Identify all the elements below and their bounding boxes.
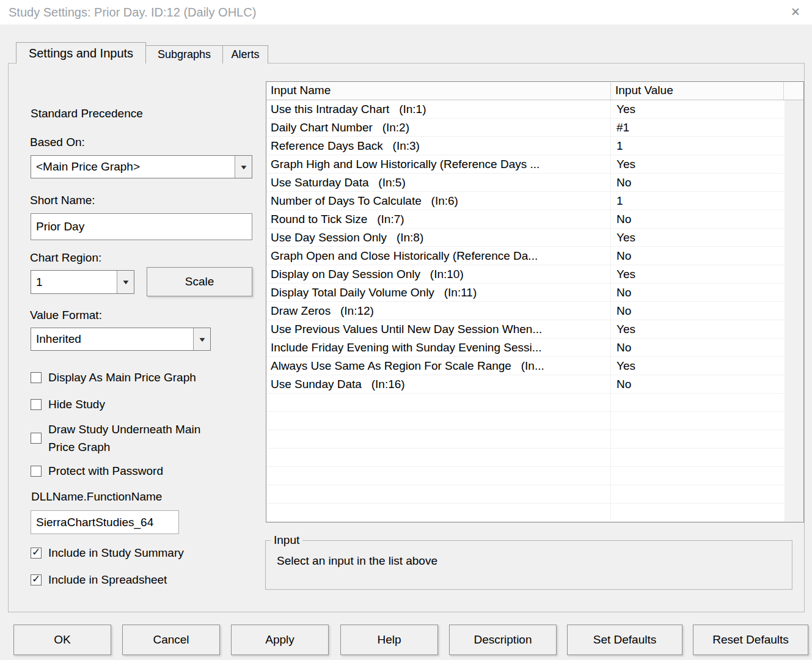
- input-name-cell: Daily Chart Number (In:2): [266, 119, 611, 136]
- reset-defaults-button[interactable]: Reset Defaults: [693, 625, 808, 655]
- study-settings-dialog: Study Settings: Prior Day. ID:12 (Daily …: [0, 0, 812, 660]
- input-name-cell: Use Day Session Only (In:8): [266, 229, 611, 246]
- table-row[interactable]: Use Sunday Data (In:16)No: [266, 375, 785, 394]
- input-name-cell: [266, 485, 611, 503]
- chevron-down-icon[interactable]: ▼: [193, 328, 210, 350]
- input-value-cell: [611, 430, 785, 448]
- tab-settings-and-inputs[interactable]: Settings and Inputs: [16, 42, 146, 64]
- checkbox-icon[interactable]: ✓: [31, 574, 42, 585]
- column-header-input-value[interactable]: Input Value: [611, 82, 784, 100]
- input-name-cell: [266, 449, 611, 466]
- input-value-cell: No: [611, 174, 785, 191]
- input-value-cell: Yes: [611, 357, 785, 375]
- input-name-cell: Use Previous Values Until New Day Sessio…: [266, 320, 611, 338]
- input-table-body: Use this Intraday Chart (In:1)YesDaily C…: [266, 100, 785, 522]
- based-on-value: <Main Price Graph>: [36, 156, 233, 178]
- table-row[interactable]: Display Total Daily Volume Only (In:11)N…: [266, 284, 785, 302]
- input-value-cell: Yes: [611, 155, 785, 173]
- dll-function-name-field[interactable]: SierraChartStudies_64: [31, 510, 179, 534]
- checkbox-label: Protect with Password: [48, 463, 163, 479]
- table-row[interactable]: Number of Days To Calculate (In:6)1: [266, 192, 785, 210]
- input-name-cell: [266, 412, 611, 430]
- checkbox-include-in-spreadsheet[interactable]: ✓ Include in Spreadsheet: [31, 572, 167, 588]
- input-name-cell: [266, 504, 611, 521]
- input-group-title: Input: [271, 534, 302, 547]
- table-row[interactable]: Draw Zeros (In:12)No: [266, 302, 785, 320]
- checkbox-label: Draw Study Underneath Main Price Graph: [48, 420, 215, 456]
- chevron-down-icon[interactable]: ▼: [235, 156, 252, 178]
- table-row[interactable]: Use Day Session Only (In:8)Yes: [266, 229, 785, 247]
- checkbox-label: Hide Study: [48, 397, 105, 413]
- value-format-dropdown[interactable]: Inherited ▼: [31, 328, 211, 351]
- scrollbar-track[interactable]: [785, 100, 803, 522]
- table-row[interactable]: Reference Days Back (In:3)1: [266, 137, 785, 155]
- input-value-cell: No: [611, 302, 785, 320]
- chart-region-value: 1: [36, 271, 115, 293]
- table-row[interactable]: Use Previous Values Until New Day Sessio…: [266, 320, 785, 339]
- short-name-label: Short Name:: [30, 194, 95, 207]
- ok-button[interactable]: OK: [13, 625, 111, 655]
- based-on-label: Based On:: [30, 136, 85, 149]
- tab-subgraphs[interactable]: Subgraphs: [145, 45, 223, 64]
- tab-alerts[interactable]: Alerts: [222, 45, 268, 64]
- checkbox-display-as-main-price-graph[interactable]: Display As Main Price Graph: [31, 370, 196, 386]
- cancel-button[interactable]: Cancel: [122, 625, 220, 655]
- input-value-cell: [611, 504, 785, 521]
- column-header-input-name[interactable]: Input Name: [266, 82, 611, 100]
- input-name-cell: Reference Days Back (In:3): [266, 137, 611, 155]
- checkbox-include-in-study-summary[interactable]: ✓ Include in Study Summary: [31, 545, 184, 561]
- table-row[interactable]: Graph High and Low Historically (Referen…: [266, 155, 785, 174]
- value-format-value: Inherited: [36, 328, 192, 350]
- input-name-cell: Number of Days To Calculate (In:6): [266, 192, 611, 210]
- column-header-filler: [784, 82, 803, 100]
- checkbox-hide-study[interactable]: Hide Study: [31, 397, 105, 413]
- checkbox-icon[interactable]: [31, 466, 42, 477]
- table-row-empty: [266, 394, 785, 412]
- scale-button[interactable]: Scale: [147, 267, 252, 296]
- input-name-cell: [266, 430, 611, 448]
- table-row[interactable]: Include Friday Evening with Sunday Eveni…: [266, 339, 785, 357]
- set-defaults-button[interactable]: Set Defaults: [567, 625, 682, 655]
- close-icon[interactable]: ✕: [786, 3, 805, 21]
- table-row[interactable]: Daily Chart Number (In:2)#1: [266, 119, 785, 137]
- input-value-cell: 1: [611, 137, 785, 155]
- checkbox-icon[interactable]: [31, 399, 42, 410]
- table-row[interactable]: Round to Tick Size (In:7)No: [266, 210, 785, 229]
- input-name-cell: Use Sunday Data (In:16): [266, 375, 611, 393]
- title-bar[interactable]: Study Settings: Prior Day. ID:12 (Daily …: [0, 0, 812, 24]
- inputs-table-header[interactable]: Input Name Input Value: [266, 82, 803, 100]
- checkbox-icon[interactable]: ✓: [31, 548, 42, 559]
- short-name-input[interactable]: Prior Day: [31, 213, 252, 240]
- input-group-box: Input Select an input in the list above: [265, 540, 792, 590]
- chevron-down-icon[interactable]: ▼: [117, 271, 134, 293]
- checkbox-icon[interactable]: [31, 433, 42, 444]
- input-value-cell: Yes: [611, 100, 785, 118]
- inputs-table: Input Name Input Value Use this Intraday…: [266, 81, 804, 522]
- table-row-empty: [266, 412, 785, 430]
- help-button[interactable]: Help: [340, 625, 438, 655]
- table-row-empty: [266, 449, 785, 467]
- table-row-empty: [266, 485, 785, 504]
- checkbox-draw-study-underneath[interactable]: Draw Study Underneath Main Price Graph: [31, 420, 215, 456]
- table-row[interactable]: Display on Day Session Only (In:10)Yes: [266, 265, 785, 284]
- dialog-title: Study Settings: Prior Day. ID:12 (Daily …: [9, 0, 256, 24]
- input-name-cell: Graph High and Low Historically (Referen…: [266, 155, 611, 173]
- chart-region-dropdown[interactable]: 1 ▼: [31, 270, 134, 294]
- input-value-cell: #1: [611, 119, 785, 136]
- table-row[interactable]: Use Saturday Data (In:5)No: [266, 174, 785, 192]
- table-row[interactable]: Graph Open and Close Historically (Refer…: [266, 247, 785, 265]
- input-name-cell: Display on Day Session Only (In:10): [266, 265, 611, 283]
- input-value-cell: [611, 467, 785, 485]
- table-row[interactable]: Always Use Same As Region For Scale Rang…: [266, 357, 785, 375]
- checkbox-icon[interactable]: [31, 372, 42, 383]
- apply-button[interactable]: Apply: [231, 625, 329, 655]
- input-value-cell: Yes: [611, 265, 785, 283]
- input-name-cell: Always Use Same As Region For Scale Rang…: [266, 357, 611, 375]
- dll-function-name-label: DLLName.FunctionName: [31, 490, 162, 504]
- table-row[interactable]: Use this Intraday Chart (In:1)Yes: [266, 100, 785, 119]
- input-name-cell: Display Total Daily Volume Only (In:11): [266, 284, 611, 301]
- based-on-dropdown[interactable]: <Main Price Graph> ▼: [31, 155, 252, 178]
- checkbox-label: Display As Main Price Graph: [48, 370, 196, 386]
- description-button[interactable]: Description: [449, 625, 557, 655]
- checkbox-protect-with-password[interactable]: Protect with Password: [31, 463, 163, 479]
